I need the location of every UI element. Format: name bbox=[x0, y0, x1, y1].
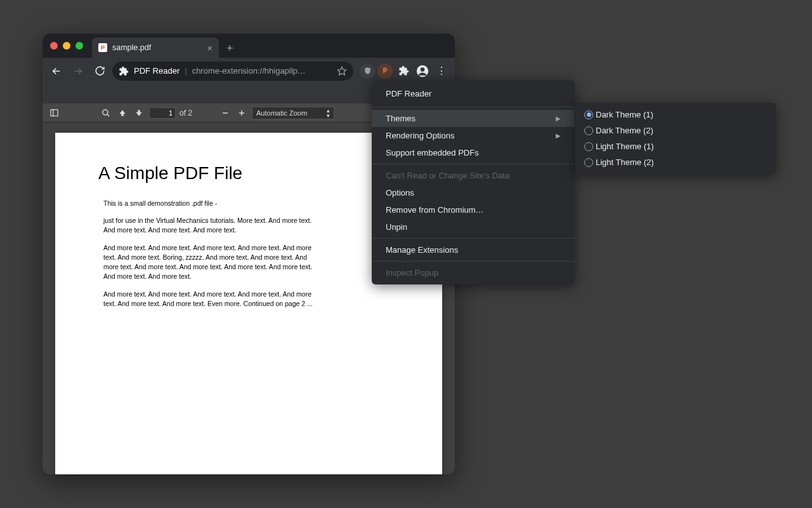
menu-item-label: Manage Extensions bbox=[386, 245, 458, 255]
menu-separator bbox=[372, 107, 575, 107]
svg-point-2 bbox=[421, 67, 425, 72]
adblock-extension-button[interactable] bbox=[360, 64, 375, 79]
browser-menu-button[interactable]: ⋮ bbox=[433, 63, 450, 79]
reload-icon bbox=[95, 65, 105, 76]
menu-item-remove[interactable]: Remove from Chromium… bbox=[372, 201, 575, 218]
bookmark-button[interactable] bbox=[337, 66, 347, 76]
menu-item-label: Unpin bbox=[386, 222, 407, 232]
menu-separator bbox=[372, 261, 575, 262]
document-paragraph: This is a small demonstration .pdf file … bbox=[98, 199, 314, 208]
next-page-button[interactable] bbox=[133, 107, 145, 119]
svg-rect-3 bbox=[50, 110, 57, 116]
new-tab-button[interactable]: + bbox=[219, 42, 241, 55]
document-paragraph: And more text. And more text. And more t… bbox=[98, 290, 314, 309]
select-arrows-icon: ▴▾ bbox=[327, 108, 330, 118]
menu-item-themes[interactable]: Themes ▶ bbox=[372, 110, 575, 127]
minimize-window-button[interactable] bbox=[63, 42, 70, 50]
menu-separator bbox=[372, 238, 575, 239]
menu-item-site-data: Can't Read or Change Site's Data bbox=[372, 167, 575, 184]
menu-item-inspect: Inspect Popup bbox=[372, 264, 575, 281]
theme-option-light-2[interactable]: Light Theme (2) bbox=[575, 154, 776, 170]
menu-item-label: Can't Read or Change Site's Data bbox=[386, 171, 509, 180]
tab-title: sample.pdf bbox=[112, 43, 202, 52]
plus-icon bbox=[237, 109, 246, 117]
zoom-select-label: Automatic Zoom bbox=[256, 109, 307, 117]
arrow-right-icon bbox=[72, 65, 84, 77]
extension-context-menu: PDF Reader Themes ▶ Rendering Options ▶ … bbox=[372, 80, 575, 284]
menu-item-label: Remove from Chromium… bbox=[386, 205, 484, 215]
extension-icon bbox=[119, 66, 129, 76]
back-button[interactable] bbox=[48, 62, 65, 80]
pdf-reader-extension-button[interactable]: P bbox=[377, 64, 393, 79]
minus-icon bbox=[221, 109, 230, 117]
address-bar[interactable]: PDF Reader | chrome-extension://hhigapll… bbox=[112, 62, 353, 81]
address-url: chrome-extension://hhigapllp… bbox=[192, 66, 306, 76]
chevron-right-icon: ▶ bbox=[556, 115, 561, 122]
sidebar-toggle-button[interactable] bbox=[48, 107, 60, 119]
menu-item-label: Support embedded PDFs bbox=[386, 148, 479, 157]
browser-toolbar: PDF Reader | chrome-extension://hhigapll… bbox=[43, 58, 455, 83]
zoom-out-button[interactable] bbox=[219, 107, 232, 119]
menu-item-label: Themes bbox=[386, 114, 416, 123]
page-total-label: of 2 bbox=[180, 109, 192, 117]
search-icon bbox=[102, 109, 110, 117]
radio-unchecked-icon bbox=[584, 142, 593, 151]
menu-separator bbox=[372, 164, 575, 164]
puzzle-icon bbox=[398, 65, 409, 76]
theme-option-light-1[interactable]: Light Theme (1) bbox=[575, 138, 776, 154]
profile-button[interactable] bbox=[414, 63, 431, 79]
theme-option-dark-2[interactable]: Dark Theme (2) bbox=[575, 123, 776, 138]
radio-checked-icon bbox=[584, 110, 593, 119]
arrow-up-icon bbox=[118, 109, 127, 117]
pdf-favicon-icon: P bbox=[98, 43, 107, 52]
theme-option-dark-1[interactable]: Dark Theme (1) bbox=[575, 107, 776, 123]
theme-option-label: Dark Theme (1) bbox=[596, 110, 653, 119]
find-button[interactable] bbox=[100, 107, 112, 119]
radio-unchecked-icon bbox=[584, 126, 593, 135]
prev-page-button[interactable] bbox=[116, 107, 129, 119]
avatar-icon bbox=[416, 65, 429, 77]
menu-header: PDF Reader bbox=[372, 83, 575, 104]
titlebar: P sample.pdf × + bbox=[43, 34, 455, 58]
star-icon bbox=[337, 66, 347, 76]
maximize-window-button[interactable] bbox=[75, 42, 83, 50]
menu-item-label: Rendering Options bbox=[386, 131, 454, 140]
document-paragraph: just for use in the Virtual Mechanics tu… bbox=[98, 216, 314, 235]
toolbar-icons: P ⋮ bbox=[357, 63, 450, 79]
themes-submenu: Dark Theme (1) Dark Theme (2) Light Them… bbox=[575, 103, 776, 174]
browser-tab[interactable]: P sample.pdf × bbox=[92, 37, 219, 58]
address-separator: | bbox=[185, 66, 187, 76]
svg-line-6 bbox=[107, 114, 110, 116]
menu-item-manage[interactable]: Manage Extensions bbox=[372, 241, 575, 258]
theme-option-label: Light Theme (1) bbox=[596, 142, 654, 151]
document-paragraph: And more text. And more text. And more t… bbox=[98, 243, 314, 282]
sidebar-icon bbox=[49, 108, 59, 117]
arrow-left-icon bbox=[51, 65, 62, 77]
zoom-in-button[interactable] bbox=[235, 107, 248, 119]
close-tab-button[interactable]: × bbox=[207, 43, 213, 53]
zoom-select[interactable]: Automatic Zoom ▴▾ bbox=[252, 107, 334, 119]
forward-button[interactable] bbox=[69, 62, 87, 80]
close-window-button[interactable] bbox=[50, 42, 58, 50]
theme-option-label: Dark Theme (2) bbox=[596, 126, 653, 135]
page-number-input[interactable] bbox=[149, 107, 176, 119]
theme-option-label: Light Theme (2) bbox=[596, 157, 654, 167]
svg-point-5 bbox=[103, 109, 108, 114]
traffic-lights bbox=[50, 42, 83, 50]
menu-item-label: Inspect Popup bbox=[386, 268, 438, 277]
menu-item-label: Options bbox=[386, 188, 414, 197]
menu-item-options[interactable]: Options bbox=[372, 184, 575, 201]
chevron-right-icon: ▶ bbox=[556, 132, 561, 139]
extensions-button[interactable] bbox=[395, 63, 412, 79]
radio-unchecked-icon bbox=[584, 158, 593, 167]
address-label: PDF Reader bbox=[134, 66, 180, 76]
menu-item-rendering[interactable]: Rendering Options ▶ bbox=[372, 127, 575, 144]
menu-item-embedded[interactable]: Support embedded PDFs bbox=[372, 144, 575, 161]
shield-icon bbox=[363, 67, 372, 75]
reload-button[interactable] bbox=[91, 62, 108, 80]
document-title: A Simple PDF File bbox=[98, 163, 399, 184]
menu-item-unpin[interactable]: Unpin bbox=[372, 218, 575, 236]
arrow-down-icon bbox=[134, 109, 143, 117]
svg-marker-0 bbox=[337, 67, 346, 75]
